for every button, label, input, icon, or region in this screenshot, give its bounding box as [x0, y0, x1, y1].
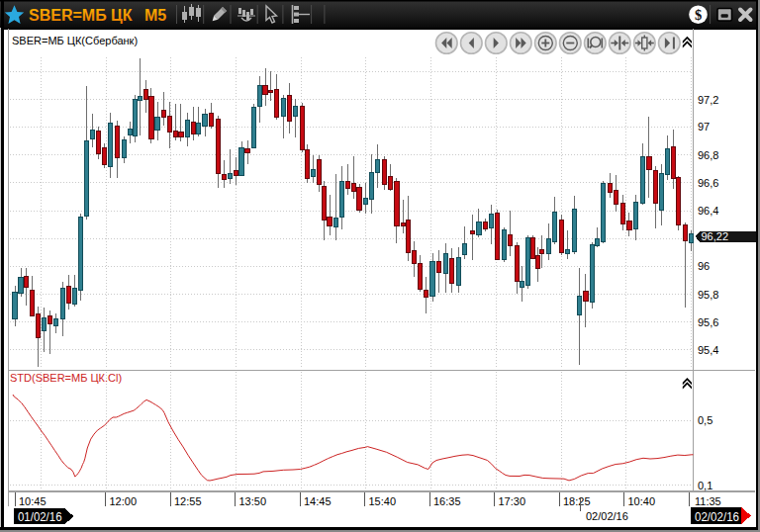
- svg-text:11:35: 11:35: [695, 495, 721, 507]
- svg-text:95,6: 95,6: [698, 316, 718, 328]
- svg-text:15:40: 15:40: [369, 495, 397, 507]
- svg-text:$: $: [695, 7, 702, 23]
- svg-text:18:25: 18:25: [563, 495, 591, 507]
- svg-text:95,8: 95,8: [698, 289, 718, 301]
- svg-text:13:50: 13:50: [239, 495, 267, 507]
- svg-text:12:55: 12:55: [174, 495, 202, 507]
- svg-text:0,5: 0,5: [698, 414, 712, 426]
- svg-text:97: 97: [698, 121, 710, 133]
- svg-text:96,4: 96,4: [698, 205, 718, 217]
- svg-text:16:35: 16:35: [433, 495, 461, 507]
- svg-text:96,22: 96,22: [702, 230, 729, 242]
- svg-text:12:00: 12:00: [110, 495, 138, 507]
- svg-text:97,2: 97,2: [698, 94, 718, 106]
- svg-text:01/02/16: 01/02/16: [18, 509, 62, 524]
- svg-text:02/02/16: 02/02/16: [586, 510, 628, 522]
- svg-text:SBER=МБ ЦК(Сбербанк): SBER=МБ ЦК(Сбербанк): [12, 35, 138, 46]
- svg-text:SBER=МБ ЦК: SBER=МБ ЦК: [29, 7, 133, 24]
- svg-text:STD(SBER=МБ ЦК.Cl): STD(SBER=МБ ЦК.Cl): [10, 372, 122, 384]
- svg-text:M5: M5: [144, 7, 166, 24]
- svg-text:96,6: 96,6: [698, 177, 718, 189]
- svg-text:17:30: 17:30: [499, 495, 526, 507]
- svg-text:0,1: 0,1: [698, 480, 712, 491]
- svg-text:95,4: 95,4: [698, 344, 718, 356]
- svg-text:10:45: 10:45: [19, 495, 47, 507]
- svg-text:96,8: 96,8: [698, 149, 718, 161]
- svg-text:02/02/16: 02/02/16: [695, 509, 739, 524]
- svg-text:10:40: 10:40: [628, 495, 656, 507]
- svg-text:96: 96: [698, 260, 710, 272]
- svg-text:14:45: 14:45: [304, 495, 332, 507]
